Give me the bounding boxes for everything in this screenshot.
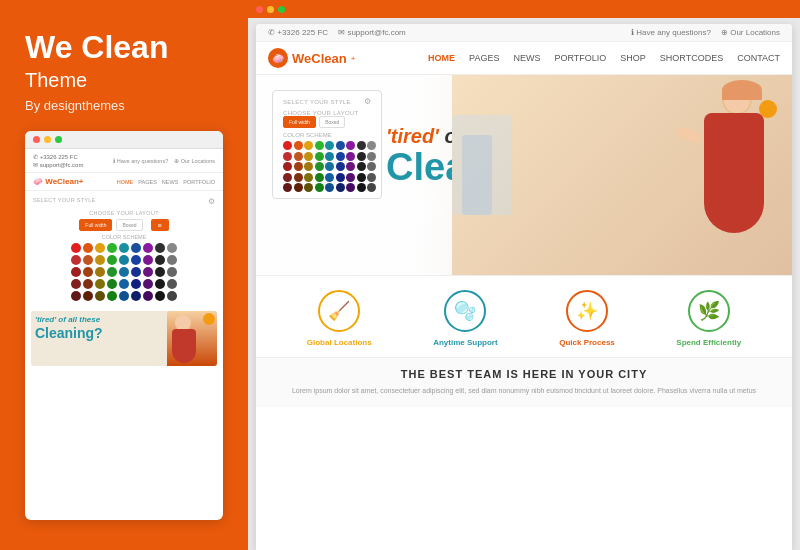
hero-color-dot-14[interactable] [336, 152, 345, 161]
color-dot-17[interactable] [167, 255, 177, 265]
color-dot-31[interactable] [119, 279, 129, 289]
color-dot-25[interactable] [155, 267, 165, 277]
color-dot-19[interactable] [83, 267, 93, 277]
color-dot-42[interactable] [143, 291, 153, 301]
nav-link-portfolio[interactable]: PORTFOLIO [554, 53, 606, 63]
color-dot-21[interactable] [107, 267, 117, 277]
color-dot-33[interactable] [143, 279, 153, 289]
hero-color-dot-13[interactable] [325, 152, 334, 161]
hero-color-dot-9[interactable] [283, 152, 292, 161]
color-dot-10[interactable] [83, 255, 93, 265]
hero-color-dot-39[interactable] [315, 183, 324, 192]
hero-color-dot-27[interactable] [283, 173, 292, 182]
color-dot-18[interactable] [71, 267, 81, 277]
color-dot-34[interactable] [155, 279, 165, 289]
color-dot-23[interactable] [131, 267, 141, 277]
hero-color-dot-25[interactable] [357, 162, 366, 171]
color-dot-24[interactable] [143, 267, 153, 277]
hero-color-dot-41[interactable] [336, 183, 345, 192]
hero-color-dot-22[interactable] [325, 162, 334, 171]
hero-color-dot-28[interactable] [294, 173, 303, 182]
hero-color-dot-44[interactable] [367, 183, 376, 192]
hero-color-dot-43[interactable] [357, 183, 366, 192]
hero-color-dot-30[interactable] [315, 173, 324, 182]
color-dot-1[interactable] [83, 243, 93, 253]
color-dot-40[interactable] [119, 291, 129, 301]
hero-color-dot-19[interactable] [294, 162, 303, 171]
color-dot-28[interactable] [83, 279, 93, 289]
nav-link-contact[interactable]: CONTACT [737, 53, 780, 63]
color-dot-32[interactable] [131, 279, 141, 289]
hero-color-dot-7[interactable] [357, 141, 366, 150]
color-dot-43[interactable] [155, 291, 165, 301]
hero-color-dot-24[interactable] [346, 162, 355, 171]
hero-color-dot-29[interactable] [304, 173, 313, 182]
hero-color-dot-10[interactable] [294, 152, 303, 161]
color-dot-37[interactable] [83, 291, 93, 301]
hero-color-dot-26[interactable] [367, 162, 376, 171]
hero-color-dot-38[interactable] [304, 183, 313, 192]
hero-color-dot-0[interactable] [283, 141, 292, 150]
nav-link-shortcodes[interactable]: SHORTCODES [660, 53, 723, 63]
color-dot-11[interactable] [95, 255, 105, 265]
hero-color-dot-37[interactable] [294, 183, 303, 192]
layout-btn-boxed[interactable]: Boxed [319, 116, 345, 128]
color-dot-12[interactable] [107, 255, 117, 265]
color-dot-15[interactable] [143, 255, 153, 265]
color-dot-7[interactable] [155, 243, 165, 253]
color-dot-14[interactable] [131, 255, 141, 265]
mini-btn-boxed[interactable]: Boxed [116, 219, 142, 231]
hero-color-dot-31[interactable] [325, 173, 334, 182]
hero-color-dot-32[interactable] [336, 173, 345, 182]
color-dot-16[interactable] [155, 255, 165, 265]
hero-color-dot-36[interactable] [283, 183, 292, 192]
nav-link-news[interactable]: NEWS [513, 53, 540, 63]
color-dot-35[interactable] [167, 279, 177, 289]
hero-color-dot-12[interactable] [315, 152, 324, 161]
color-dot-0[interactable] [71, 243, 81, 253]
hero-color-dot-23[interactable] [336, 162, 345, 171]
hero-color-dot-33[interactable] [346, 173, 355, 182]
hero-color-dot-35[interactable] [367, 173, 376, 182]
nav-link-home[interactable]: HOME [428, 53, 455, 63]
color-dot-5[interactable] [131, 243, 141, 253]
color-dot-6[interactable] [143, 243, 153, 253]
color-dot-2[interactable] [95, 243, 105, 253]
hero-color-dot-21[interactable] [315, 162, 324, 171]
nav-link-pages[interactable]: PAGES [469, 53, 499, 63]
color-dot-4[interactable] [119, 243, 129, 253]
hero-color-dot-6[interactable] [346, 141, 355, 150]
hero-color-dot-1[interactable] [294, 141, 303, 150]
hero-color-dot-18[interactable] [283, 162, 292, 171]
color-dot-20[interactable] [95, 267, 105, 277]
nav-link-shop[interactable]: SHOP [620, 53, 646, 63]
color-dot-13[interactable] [119, 255, 129, 265]
hero-color-dot-2[interactable] [304, 141, 313, 150]
hero-color-dot-8[interactable] [367, 141, 376, 150]
color-dot-27[interactable] [71, 279, 81, 289]
color-dot-30[interactable] [107, 279, 117, 289]
color-dot-3[interactable] [107, 243, 117, 253]
color-dot-41[interactable] [131, 291, 141, 301]
color-dot-26[interactable] [167, 267, 177, 277]
layout-btn-full[interactable]: Full width [283, 116, 316, 128]
color-dot-22[interactable] [119, 267, 129, 277]
color-dot-38[interactable] [95, 291, 105, 301]
hero-color-dot-40[interactable] [325, 183, 334, 192]
color-dot-39[interactable] [107, 291, 117, 301]
hero-color-dot-20[interactable] [304, 162, 313, 171]
hero-color-dot-34[interactable] [357, 173, 366, 182]
hero-color-dot-3[interactable] [315, 141, 324, 150]
hero-color-dot-42[interactable] [346, 183, 355, 192]
hero-color-dot-16[interactable] [357, 152, 366, 161]
hero-color-dot-11[interactable] [304, 152, 313, 161]
color-dot-36[interactable] [71, 291, 81, 301]
hero-color-dot-17[interactable] [367, 152, 376, 161]
hero-color-dot-5[interactable] [336, 141, 345, 150]
mini-btn-full[interactable]: Full width [79, 219, 112, 231]
color-dot-9[interactable] [71, 255, 81, 265]
color-dot-44[interactable] [167, 291, 177, 301]
hero-color-dot-4[interactable] [325, 141, 334, 150]
color-dot-8[interactable] [167, 243, 177, 253]
hero-color-dot-15[interactable] [346, 152, 355, 161]
